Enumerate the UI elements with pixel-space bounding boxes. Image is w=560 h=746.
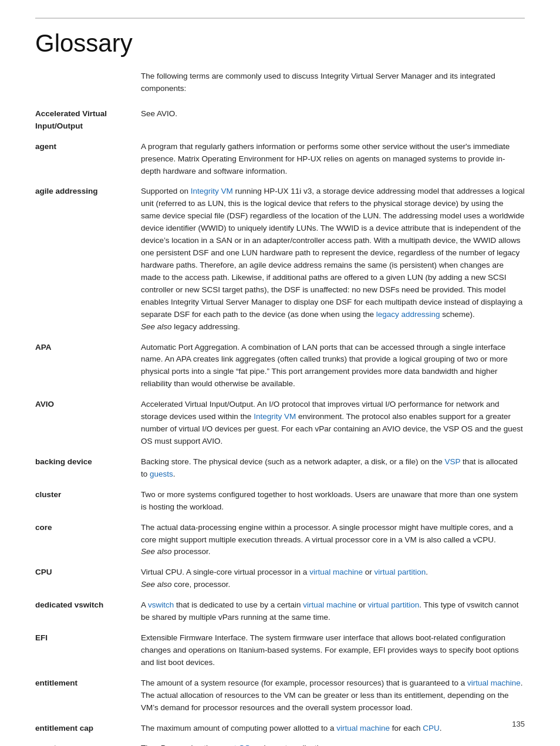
page-number: 135	[512, 720, 525, 728]
table-row: core The actual data-processing engine w…	[35, 519, 525, 565]
table-row: entitlement cap The maximum amount of co…	[35, 720, 525, 741]
link-integrity-vm-agile[interactable]: Integrity VM	[191, 187, 233, 195]
table-row: APA Automatic Port Aggregation. A combin…	[35, 339, 525, 397]
def-agent: A program that regularly gathers informa…	[141, 139, 525, 184]
table-row: EFI Extensible Firmware Interface. The s…	[35, 630, 525, 675]
see-also-cpu: See also	[141, 580, 172, 589]
term-avio: AVIO	[35, 396, 141, 454]
def-avio: Accelerated Virtual Input/Output. An I/O…	[141, 396, 525, 454]
term-apa: APA	[35, 339, 141, 397]
def-accelerated-virtual: See AVIO.	[141, 106, 525, 139]
table-row: AVIO Accelerated Virtual Input/Output. A…	[35, 396, 525, 454]
link-vswitch[interactable]: vswitch	[148, 600, 174, 609]
table-row: CPU Virtual CPU. A single-core virtual p…	[35, 564, 525, 597]
link-guests[interactable]: guests	[150, 470, 173, 478]
def-agile-addressing: Supported on Integrity VM running HP-UX …	[141, 183, 525, 339]
term-cpu: CPU	[35, 564, 141, 597]
term-dedicated-vswitch: dedicated vswitch	[35, 597, 141, 630]
def-dedicated-vswitch: A vswitch that is dedicated to use by a …	[141, 597, 525, 630]
table-row: agent A program that regularly gathers i…	[35, 139, 525, 184]
link-virtual-partition-cpu[interactable]: virtual partition	[374, 568, 426, 576]
link-cpu-entcap[interactable]: CPU	[423, 724, 440, 733]
table-row: agile addressing Supported on Integrity …	[35, 183, 525, 339]
def-entitlement: The amount of a system resource (for exa…	[141, 675, 525, 720]
link-virtual-machine-cpu[interactable]: virtual machine	[309, 568, 363, 576]
intro-text: The following terms are commonly used to…	[141, 70, 525, 95]
term-agile-addressing: agile addressing	[35, 183, 141, 339]
link-legacy-addressing[interactable]: legacy addressing	[376, 310, 440, 319]
table-row: cluster Two or more systems configured t…	[35, 487, 525, 519]
table-row: dedicated vswitch A vswitch that is dedi…	[35, 597, 525, 630]
link-virtual-partition-vswitch[interactable]: virtual partition	[367, 600, 419, 609]
term-agent: agent	[35, 139, 141, 184]
see-also-agile: See also	[141, 322, 172, 331]
table-row: Accelerated Virtual Input/Output See AVI…	[35, 106, 525, 139]
table-row: entitlement The amount of a system resou…	[35, 675, 525, 720]
term-entitlement: entitlement	[35, 675, 141, 720]
term-entitlement-cap: entitlement cap	[35, 720, 141, 741]
link-virtual-machine-entcap[interactable]: virtual machine	[336, 724, 390, 733]
page-title: Glossary	[35, 29, 525, 58]
table-row: backing device Backing store. The physic…	[35, 454, 525, 487]
link-vsp[interactable]: VSP	[445, 457, 461, 466]
def-cluster: Two or more systems configured together …	[141, 487, 525, 519]
see-also-core: See also	[141, 547, 172, 556]
table-row: guest The vPar running the guest OS and …	[35, 740, 525, 746]
def-entitlement-cap: The maximum amount of computing power al…	[141, 720, 525, 741]
term-core: core	[35, 519, 141, 565]
link-guest-os[interactable]: guest OS	[217, 744, 250, 746]
top-border	[35, 18, 525, 19]
term-cluster: cluster	[35, 487, 141, 519]
def-core: The actual data-processing engine within…	[141, 519, 525, 565]
term-efi: EFI	[35, 630, 141, 675]
def-efi: Extensible Firmware Interface. The syste…	[141, 630, 525, 675]
link-integrity-vm-avio[interactable]: Integrity VM	[254, 412, 296, 421]
term-backing-device: backing device	[35, 454, 141, 487]
link-virtual-machine-vswitch[interactable]: virtual machine	[303, 600, 356, 609]
link-virtual-machine-entitlement[interactable]: virtual machine	[467, 679, 521, 687]
def-apa: Automatic Port Aggregation. A combinatio…	[141, 339, 525, 397]
term-accelerated-virtual: Accelerated Virtual Input/Output	[35, 106, 141, 139]
def-guest: The vPar running the guest OS and guest …	[141, 740, 525, 746]
def-cpu: Virtual CPU. A single-core virtual proce…	[141, 564, 525, 597]
glossary-table: Accelerated Virtual Input/Output See AVI…	[35, 106, 525, 746]
def-backing-device: Backing store. The physical device (such…	[141, 454, 525, 487]
term-guest: guest	[35, 740, 141, 746]
